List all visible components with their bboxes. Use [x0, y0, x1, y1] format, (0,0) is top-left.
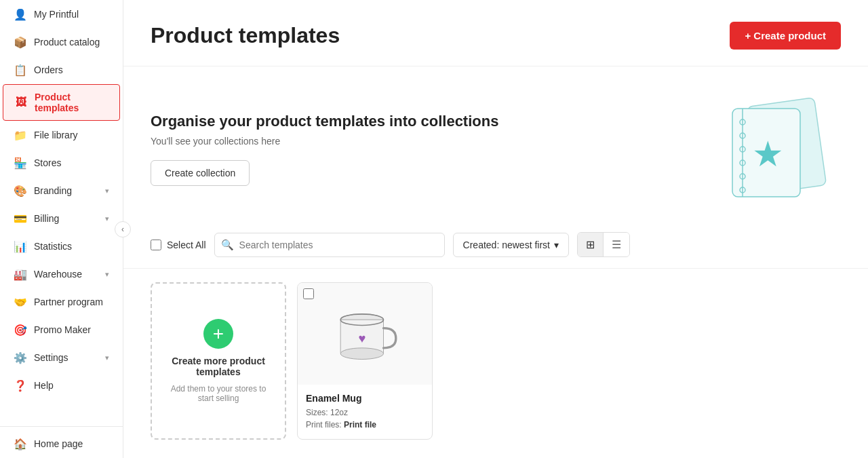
- list-icon: ☰: [612, 238, 621, 251]
- sidebar-item-label: Settings: [34, 352, 68, 363]
- product-catalog-icon: 📦: [14, 35, 27, 49]
- sidebar-item-product-catalog[interactable]: 📦Product catalog: [3, 28, 120, 56]
- sidebar-item-label: My Printful: [34, 9, 79, 20]
- sidebar-item-label: Branding: [34, 185, 72, 196]
- sidebar-item-label: File library: [34, 130, 78, 140]
- sidebar-item-warehouse[interactable]: 🏭Warehouse▾: [3, 261, 120, 288]
- print-files-label: Print files:: [306, 420, 342, 430]
- sidebar-item-home-page[interactable]: 🏠 Home page: [3, 430, 120, 457]
- create-more-title: Create more product templates: [163, 356, 274, 377]
- create-collection-button[interactable]: Create collection: [151, 160, 250, 186]
- product-card-enamel-mug[interactable]: ♥ Enamel Mug Sizes: 12oz Print files: Pr…: [297, 282, 433, 440]
- sizes-label: Sizes:: [306, 408, 330, 417]
- billing-icon: 💳: [14, 212, 27, 225]
- print-files-value: Print file: [344, 420, 376, 430]
- select-all-label[interactable]: Select All: [151, 240, 206, 250]
- product-card-meta: Sizes: 12oz Print files: Print file: [306, 406, 424, 431]
- sidebar: ‹ 👤My Printful📦Product catalog📋Orders🖼Pr…: [0, 0, 123, 458]
- sidebar-item-billing[interactable]: 💳Billing▾: [3, 205, 120, 232]
- sort-label: Created: newest first: [463, 240, 550, 250]
- sidebar-item-settings[interactable]: ⚙️Settings▾: [3, 344, 120, 371]
- search-input[interactable]: [214, 233, 445, 257]
- chevron-down-icon: ▾: [105, 270, 109, 279]
- main-content: Product templates + Create product Organ…: [123, 0, 868, 458]
- warehouse-icon: 🏭: [14, 267, 27, 281]
- chevron-down-icon: ▾: [105, 214, 109, 223]
- product-card-checkbox[interactable]: [303, 288, 314, 299]
- collections-heading: Organise your product templates into col…: [151, 113, 498, 130]
- collections-illustration: ★ ★: [705, 88, 841, 210]
- sidebar-item-promo-maker[interactable]: 🎯Promo Maker: [3, 316, 120, 343]
- select-all-text: Select All: [167, 240, 206, 250]
- sidebar-item-label: Product templates: [35, 92, 108, 113]
- sort-dropdown[interactable]: Created: newest first ▾: [453, 233, 569, 257]
- collections-subtext: You'll see your collections here: [151, 136, 498, 147]
- partner-program-icon: 🤝: [14, 295, 27, 309]
- product-templates-icon: 🖼: [14, 96, 28, 109]
- list-view-button[interactable]: ☰: [603, 233, 629, 256]
- chevron-down-icon: ▾: [554, 240, 559, 250]
- page-header: Product templates + Create product: [123, 0, 868, 66]
- sidebar-bottom: 🏠 Home page: [0, 426, 123, 458]
- plus-circle-icon: +: [203, 319, 233, 349]
- sidebar-item-label: Home page: [34, 438, 83, 449]
- sidebar-item-label: Orders: [34, 64, 63, 75]
- view-toggles: ⊞ ☰: [577, 232, 630, 257]
- svg-text:♥: ♥: [358, 331, 366, 345]
- svg-text:★: ★: [752, 134, 784, 174]
- branding-icon: 🎨: [14, 184, 27, 197]
- svg-point-13: [340, 348, 383, 360]
- sidebar-item-label: Warehouse: [34, 269, 82, 280]
- sidebar-item-branding[interactable]: 🎨Branding▾: [3, 177, 120, 204]
- select-all-checkbox[interactable]: [151, 240, 161, 250]
- sidebar-item-partner-program[interactable]: 🤝Partner program: [3, 288, 120, 316]
- sidebar-item-stores[interactable]: 🏪Stores: [3, 149, 120, 176]
- statistics-icon: 📊: [14, 240, 27, 253]
- chevron-down-icon: ▾: [105, 354, 109, 362]
- toolbar: Select All 🔍 Created: newest first ▾ ⊞ ☰: [123, 232, 868, 269]
- product-card-body: Enamel Mug Sizes: 12oz Print files: Prin…: [298, 385, 432, 439]
- search-box: 🔍: [214, 233, 445, 257]
- orders-icon: 📋: [14, 63, 27, 77]
- sidebar-item-label: Promo Maker: [34, 324, 91, 335]
- grid-view-button[interactable]: ⊞: [578, 233, 603, 256]
- home-icon: 🏠: [14, 437, 27, 451]
- my-printful-icon: 👤: [14, 7, 27, 21]
- search-icon: 🔍: [221, 239, 234, 251]
- collections-text: Organise your product templates into col…: [151, 113, 498, 186]
- file-library-icon: 📁: [14, 128, 27, 142]
- create-product-button[interactable]: + Create product: [730, 22, 841, 50]
- sidebar-item-label: Billing: [34, 213, 59, 224]
- create-more-description: Add them to your stores to start selling: [163, 384, 274, 403]
- help-icon: ❓: [14, 379, 27, 392]
- sidebar-item-product-templates[interactable]: 🖼Product templates: [3, 84, 120, 121]
- stores-icon: 🏪: [14, 156, 27, 170]
- sidebar-item-label: Product catalog: [34, 37, 100, 47]
- page-title: Product templates: [151, 23, 340, 48]
- sidebar-item-label: Partner program: [34, 297, 103, 307]
- sidebar-item-orders[interactable]: 📋Orders: [3, 56, 120, 83]
- product-card-name: Enamel Mug: [306, 393, 424, 404]
- sizes-value: 12oz: [330, 408, 348, 417]
- products-grid: + Create more product templates Add them…: [123, 269, 868, 453]
- create-more-card[interactable]: + Create more product templates Add them…: [151, 282, 286, 440]
- sidebar-item-label: Statistics: [34, 241, 72, 252]
- sidebar-item-my-printful[interactable]: 👤My Printful: [3, 1, 120, 28]
- sidebar-collapse-button[interactable]: ‹: [115, 221, 131, 237]
- sidebar-item-statistics[interactable]: 📊Statistics: [3, 233, 120, 260]
- grid-icon: ⊞: [586, 238, 595, 251]
- settings-icon: ⚙️: [14, 351, 27, 364]
- chevron-down-icon: ▾: [105, 187, 109, 195]
- sidebar-item-label: Help: [34, 380, 54, 391]
- collections-section: Organise your product templates into col…: [123, 66, 868, 232]
- sidebar-item-file-library[interactable]: 📁File library: [3, 121, 120, 149]
- sidebar-item-help[interactable]: ❓Help: [3, 372, 120, 399]
- product-card-image: ♥: [298, 283, 432, 385]
- sidebar-item-label: Stores: [34, 157, 61, 168]
- promo-maker-icon: 🎯: [14, 323, 27, 337]
